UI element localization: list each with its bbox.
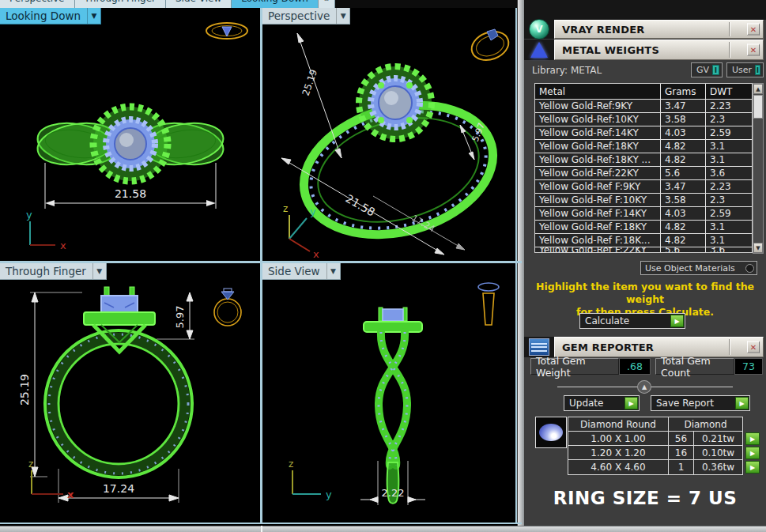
gem-thumbnail[interactable] — [535, 417, 567, 448]
perspective-canvas[interactable]: 25.19 5.97 21.58 17.24 z — [262, 8, 515, 261]
go-arrow-icon[interactable]: ▶ — [624, 397, 638, 409]
dimension-25-19: 25.19 — [297, 33, 341, 158]
scroll-down-icon[interactable]: ▼ — [753, 243, 763, 253]
table-row[interactable]: Yellow Gold-Ref:18KY4.823.1 — [535, 140, 752, 153]
viewport-dropdown-icon[interactable]: ▼ — [326, 263, 340, 279]
looking-down-canvas[interactable]: 21.58 y x — [0, 8, 260, 261]
svg-text:5.97: 5.97 — [174, 306, 186, 329]
table-row[interactable]: Yellow Gold-Ref:9KY3.472.23 — [535, 100, 752, 113]
close-icon[interactable]: ✕ — [747, 24, 760, 36]
viewport-label-perspective[interactable]: Perspective ▼ — [262, 8, 350, 25]
tab-looking-down[interactable]: Looking Down — [232, 0, 318, 8]
library-label: Library: METAL — [532, 65, 602, 76]
right-dock: V VRAY RENDER ✕ METAL WEIGHTS ✕ Library:… — [524, 0, 766, 526]
ring-front-view — [45, 287, 192, 477]
gem-table-header: Diamond Round Diamond — [568, 417, 742, 432]
svg-text:y: y — [326, 489, 332, 500]
scroll-up-icon[interactable]: ▲ — [753, 84, 763, 94]
bottom-strip-tick — [261, 526, 262, 532]
table-row[interactable]: Yellow Gold-Ref F:22KY5.63.6 — [535, 247, 752, 252]
gem-go-icon[interactable]: ▶ — [745, 447, 760, 459]
calculate-button[interactable]: Calculate ▶ — [579, 313, 685, 329]
svg-text:z: z — [289, 458, 293, 470]
total-gem-weight-label: Total Gem Weight — [530, 358, 619, 375]
gv-toggle-icon[interactable]: I — [712, 65, 719, 75]
axis-indicator: z x — [28, 458, 74, 500]
gem-go-icon[interactable]: ▶ — [745, 461, 760, 474]
radio-icon[interactable] — [745, 264, 754, 273]
svg-text:21.58: 21.58 — [115, 187, 146, 200]
svg-text:25.19: 25.19 — [18, 374, 31, 406]
gem-table: Diamond Round Diamond 1.00 X 1.00 56 0.2… — [568, 417, 743, 475]
user-toggle-icon[interactable]: I — [755, 65, 760, 75]
gv-button[interactable]: GV I — [691, 62, 723, 77]
table-row[interactable]: Yellow Gold-Ref:18KY ...4.823.1 — [535, 153, 752, 167]
viewport-label-through-finger[interactable]: Through Finger ▼ — [0, 263, 107, 280]
gem-row[interactable]: 4.60 X 4.60 1 0.36tw — [568, 460, 742, 474]
svg-text:z: z — [28, 458, 33, 470]
viewport-side-view[interactable]: Side View ▼ — [262, 263, 515, 523]
viewport-label-side-view[interactable]: Side View ▼ — [262, 263, 341, 280]
user-button[interactable]: User I — [726, 62, 764, 77]
viewport-perspective[interactable]: Perspective ▼ 25.19 — [262, 8, 515, 261]
through-finger-canvas[interactable]: 25.19 5.97 17.24 z x — [0, 263, 260, 523]
table-row[interactable]: Yellow Gold-Ref F:10KY3.582.3 — [535, 194, 752, 207]
tab-through-finger[interactable]: Through Finger — [75, 0, 167, 8]
dock-top-strip — [524, 0, 766, 20]
vray-icon: V — [529, 19, 549, 40]
ring-top-view — [34, 107, 226, 181]
table-row[interactable]: Yellow Gold-Ref:22KY5.63.6 — [535, 167, 752, 180]
axis-indicator: y x — [26, 209, 66, 251]
table-row[interactable]: Yellow Gold-Ref:14KY4.032.59 — [535, 126, 752, 140]
new-viewport-tab-icon[interactable]: ▫ — [319, 0, 335, 8]
table-row[interactable]: Yellow Gold-Ref F:14KY4.032.59 — [535, 207, 752, 221]
ring-side-view — [364, 308, 422, 504]
go-arrow-icon[interactable]: ▶ — [670, 315, 684, 327]
svg-text:x: x — [67, 489, 74, 500]
table-row[interactable]: Yellow Gold-Ref:10KY3.582.3 — [535, 113, 752, 126]
viewport-through-finger[interactable]: Through Finger ▼ — [0, 263, 260, 523]
svg-text:z: z — [283, 203, 288, 214]
viewport-separator-bottom — [0, 523, 522, 524]
panel-title: VRAY RENDER — [555, 24, 644, 36]
svg-text:x: x — [60, 240, 66, 251]
side-view-canvas[interactable]: 2.22 z y — [262, 263, 515, 523]
vray-render-panel-header[interactable]: V VRAY RENDER ✕ — [524, 20, 764, 39]
viewport-tabstrip: Perspective Through Finger Side View Loo… — [0, 0, 523, 8]
svg-text:25.19: 25.19 — [300, 68, 319, 97]
table-row[interactable]: Yellow Gold-Ref F:9KY3.472.23 — [535, 180, 752, 194]
viewport-looking-down[interactable]: Looking Down ▼ — [0, 8, 260, 261]
ring-orientation-icon — [214, 289, 241, 326]
metal-weights-panel-header[interactable]: METAL WEIGHTS ✕ — [524, 40, 764, 60]
go-arrow-icon[interactable]: ▶ — [735, 397, 749, 409]
panel-title: METAL WEIGHTS — [555, 44, 659, 56]
close-icon[interactable]: ✕ — [747, 44, 760, 56]
gem-row[interactable]: 1.20 X 1.20 16 0.10tw — [568, 446, 742, 460]
viewport-dropdown-icon[interactable]: ▼ — [92, 263, 106, 279]
total-gem-count-value: 73 — [734, 358, 763, 375]
save-report-button[interactable]: Save Report ▶ — [651, 395, 750, 411]
viewport-label-looking-down[interactable]: Looking Down ▼ — [0, 8, 101, 25]
gem-reporter-icon — [529, 338, 549, 356]
svg-text:17.24: 17.24 — [103, 482, 134, 495]
update-button[interactable]: Update ▶ — [564, 395, 640, 411]
ring-orientation-icon — [478, 283, 499, 325]
gem-row[interactable]: 1.00 X 1.00 56 0.21tw — [568, 432, 742, 446]
axis-indicator: z y — [289, 458, 332, 500]
tab-perspective[interactable]: Perspective — [0, 0, 75, 8]
scrollbar-thumb[interactable] — [753, 95, 763, 119]
svg-text:2.22: 2.22 — [382, 487, 405, 499]
table-header-row: Metal Grams DWT — [535, 84, 752, 100]
dimension-5-97-front: 5.97 — [157, 292, 194, 339]
table-scrollbar[interactable]: ▲ ▼ — [753, 83, 764, 254]
viewport-dropdown-icon[interactable]: ▼ — [87, 8, 100, 24]
gem-go-icon[interactable]: ▶ — [745, 432, 760, 445]
table-row[interactable]: Yellow Gold-Ref F:18KY4.823.1 — [535, 221, 752, 234]
tab-side-view[interactable]: Side View — [166, 0, 232, 8]
table-row[interactable]: Yellow Gold-Ref F:18K...4.823.1 — [535, 234, 752, 247]
viewport-dropdown-icon[interactable]: ▼ — [336, 8, 349, 24]
use-object-materials-dropdown[interactable]: Use Object Materials — [640, 261, 757, 275]
close-icon[interactable]: ✕ — [747, 341, 760, 353]
metal-weights-icon — [530, 42, 548, 58]
collapse-icon[interactable]: ▲ — [637, 380, 651, 394]
